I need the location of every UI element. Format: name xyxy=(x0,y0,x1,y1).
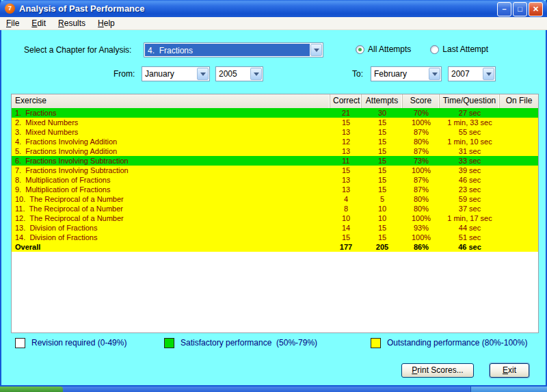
cell-attempts: 15 xyxy=(362,233,403,242)
maximize-button[interactable]: □ xyxy=(513,2,527,16)
legend-item-satisfactory: Satisfactory performance (50%-79%) xyxy=(164,337,317,349)
cell-attempts: 15 xyxy=(362,118,403,127)
cell-on-file xyxy=(500,194,538,204)
cell-on-file xyxy=(500,204,538,213)
minimize-button[interactable]: – xyxy=(497,2,511,16)
to-year-dropdown-button[interactable] xyxy=(483,68,494,80)
from-year-select[interactable]: 2005 xyxy=(215,66,263,81)
close-button[interactable]: ✕ xyxy=(529,2,543,16)
cell-time: 46 sec xyxy=(440,175,500,185)
radio-option[interactable]: Last Attempt xyxy=(430,44,488,54)
results-table-body: 1. Fractions 21 30 70% 27 sec 2. Mixed N… xyxy=(12,108,538,242)
cell-score: 100% xyxy=(403,166,440,175)
exit-button[interactable]: Exit xyxy=(490,363,529,378)
cell-attempts: 205 xyxy=(362,242,403,252)
table-row[interactable]: 9. Multiplication of Fractions 13 15 87%… xyxy=(12,185,538,194)
cell-exercise: 6. Fractions Involving Subtraction xyxy=(12,156,330,166)
table-row[interactable]: 6. Fractions Involving Subtraction 11 15… xyxy=(12,156,538,166)
column-header-time[interactable]: Time/Question xyxy=(440,94,500,108)
radio-icon[interactable] xyxy=(356,45,364,54)
cell-correct: 8 xyxy=(330,204,362,213)
cell-time: 27 sec xyxy=(440,108,500,118)
app-window: 7 Analysis of Past Performance – □ ✕ Fil… xyxy=(0,0,547,387)
from-month-dropdown-button[interactable] xyxy=(197,68,209,80)
column-header-attempts[interactable]: Attempts xyxy=(362,94,403,108)
cell-attempts: 5 xyxy=(362,194,403,204)
to-year-select[interactable]: 2007 xyxy=(448,66,496,81)
column-header-correct[interactable]: Correct xyxy=(330,94,362,108)
print-scores-button[interactable]: Print Scores... xyxy=(401,363,474,378)
cell-time: 55 sec xyxy=(440,127,500,137)
cell-on-file xyxy=(500,213,538,223)
cell-exercise: 7. Fractions Involving Subtraction xyxy=(12,166,330,175)
cell-time: 59 sec xyxy=(440,194,500,204)
chapter-select[interactable]: 4. Fractions xyxy=(144,42,323,57)
attempts-radio-group: All Attempts Last Attempt xyxy=(356,44,488,54)
cell-correct: 13 xyxy=(330,175,362,185)
table-row[interactable]: 1. Fractions 21 30 70% 27 sec xyxy=(12,108,538,118)
table-row[interactable]: 10. The Reciprocal of a Number 4 5 80% 5… xyxy=(12,194,538,204)
to-month-dropdown-button[interactable] xyxy=(429,68,440,80)
cell-on-file xyxy=(500,175,538,185)
cell-score: 100% xyxy=(403,213,440,223)
table-row[interactable]: 2. Mixed Numbers 15 15 100% 1 min, 33 se… xyxy=(12,118,538,127)
chevron-down-icon xyxy=(432,73,438,76)
cell-exercise: 5. Fractions Involving Addition xyxy=(12,146,330,156)
radio-option[interactable]: All Attempts xyxy=(356,44,411,54)
chevron-down-icon xyxy=(254,73,259,76)
table-row[interactable]: 5. Fractions Involving Addition 13 15 87… xyxy=(12,146,538,156)
cell-exercise: 8. Multiplication of Fractions xyxy=(12,175,330,185)
cell-exercise: 10. The Reciprocal of a Number xyxy=(12,194,330,204)
menu-item[interactable]: File xyxy=(0,17,25,29)
from-month-select[interactable]: January xyxy=(142,66,210,81)
column-header-on-file[interactable]: On File xyxy=(500,94,538,108)
results-table: Exercise Correct Attempts Score Time/Que… xyxy=(11,94,539,333)
table-row[interactable]: 12. The Reciprocal of a Number 10 10 100… xyxy=(12,213,538,223)
table-row[interactable]: 13. Division of Fractions 14 15 93% 44 s… xyxy=(12,223,538,233)
start-button[interactable] xyxy=(0,387,63,392)
system-tray[interactable] xyxy=(470,387,547,392)
cell-on-file xyxy=(500,185,538,194)
column-header-exercise[interactable]: Exercise xyxy=(12,94,330,108)
cell-correct: 15 xyxy=(330,166,362,175)
green-swatch-icon xyxy=(164,338,174,348)
chevron-down-icon xyxy=(314,49,319,52)
window-title: Analysis of Past Performance xyxy=(19,3,145,14)
radio-icon[interactable] xyxy=(430,45,439,54)
table-row[interactable]: 7. Fractions Involving Subtraction 15 15… xyxy=(12,166,538,175)
screen: 7 Analysis of Past Performance – □ ✕ Fil… xyxy=(0,0,547,392)
cell-on-file xyxy=(500,156,538,166)
cell-correct: 15 xyxy=(330,233,362,242)
menu-item[interactable]: Help xyxy=(92,17,121,29)
cell-score: 80% xyxy=(403,194,440,204)
taskbar[interactable] xyxy=(0,387,547,392)
table-row[interactable]: 3. Mixed Numbers 13 15 87% 55 sec xyxy=(12,127,538,137)
cell-on-file xyxy=(500,108,538,118)
table-row[interactable]: 8. Multiplication of Fractions 13 15 87%… xyxy=(12,175,538,185)
to-year-value: 2007 xyxy=(449,67,482,81)
table-row[interactable]: 4. Fractions Involving Addition 12 15 80… xyxy=(12,137,538,146)
column-header-score[interactable]: Score xyxy=(403,94,440,108)
from-year-value: 2005 xyxy=(216,67,250,81)
to-month-select[interactable]: February xyxy=(371,66,442,81)
cell-attempts: 15 xyxy=(362,175,403,185)
table-row[interactable]: 11. The Reciprocal of a Number 8 10 80% … xyxy=(12,204,538,213)
cell-score: 100% xyxy=(403,118,440,127)
menu-item[interactable]: Edit xyxy=(25,17,52,29)
chapter-select-dropdown-button[interactable] xyxy=(310,44,322,56)
cell-attempts: 15 xyxy=(362,156,403,166)
table-row[interactable]: 14. Division of Fractions 15 15 100% 51 … xyxy=(12,233,538,242)
cell-on-file xyxy=(500,146,538,156)
cell-attempts: 10 xyxy=(362,213,403,223)
cell-on-file xyxy=(500,223,538,233)
menu-item[interactable]: Results xyxy=(52,17,92,29)
legend-item-outstanding: Outstanding performance (80%-100%) xyxy=(371,337,527,349)
cell-attempts: 10 xyxy=(362,204,403,213)
cell-exercise: 4. Fractions Involving Addition xyxy=(12,137,330,146)
cell-correct: 13 xyxy=(330,185,362,194)
cell-exercise: 3. Mixed Numbers xyxy=(12,127,330,137)
from-year-dropdown-button[interactable] xyxy=(250,68,262,80)
titlebar[interactable]: 7 Analysis of Past Performance – □ ✕ xyxy=(0,0,547,17)
cell-attempts: 15 xyxy=(362,185,403,194)
cell-time: 1 min, 33 sec xyxy=(440,118,500,127)
